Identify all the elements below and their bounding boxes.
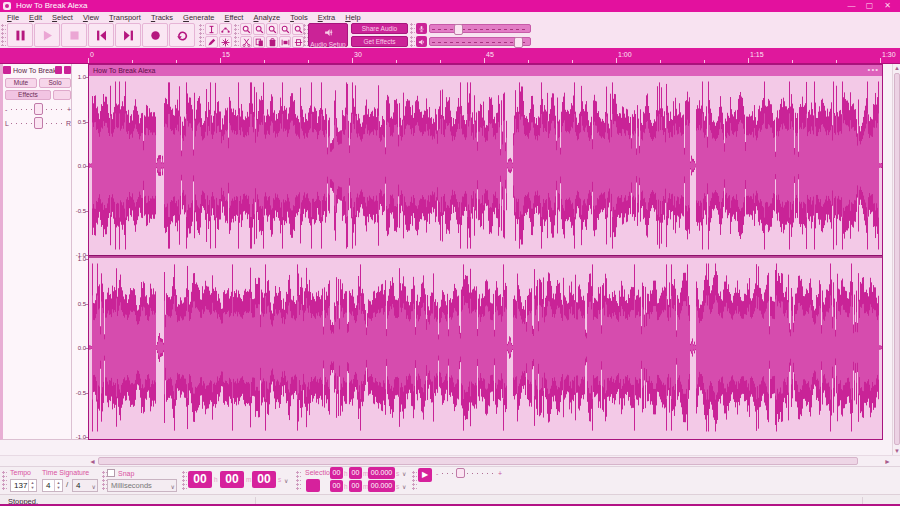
zoom-out-button[interactable] <box>253 23 265 35</box>
play-button[interactable] <box>34 23 60 47</box>
vertical-scroll-thumb[interactable] <box>894 73 900 445</box>
recording-meter[interactable] <box>416 23 532 34</box>
zoom-selection-button[interactable] <box>266 23 278 35</box>
toolbar-grip[interactable] <box>2 471 7 491</box>
toolbar-grip[interactable] <box>182 471 187 491</box>
playback-volume-slider[interactable] <box>514 37 523 48</box>
minimize-button[interactable]: — <box>843 0 860 12</box>
ruler-tick <box>352 58 353 63</box>
menu-view[interactable]: View <box>78 13 104 22</box>
time-signature-lower-select[interactable]: 4 ∨ <box>72 479 98 492</box>
menu-transport[interactable]: Transport <box>104 13 146 22</box>
vertical-scale-ruler[interactable]: 1.00.50.0-0.5-1.01.00.50.0-0.5-1.0 <box>72 64 88 440</box>
toolbar-grip[interactable] <box>410 23 415 34</box>
maximize-button[interactable]: ▢ <box>861 0 878 12</box>
vertical-scrollbar[interactable]: ▲ ▼ <box>892 64 900 455</box>
selection-options-button[interactable] <box>306 479 320 492</box>
tempo-spinner[interactable]: ▲▼ <box>28 480 36 491</box>
menu-extra[interactable]: Extra <box>313 13 341 22</box>
menu-analyze[interactable]: Analyze <box>248 13 285 22</box>
toolbar-grip[interactable] <box>410 36 415 47</box>
multi-tool-button[interactable] <box>219 36 232 48</box>
menu-tracks[interactable]: Tracks <box>146 13 178 22</box>
loop-button[interactable] <box>169 23 195 47</box>
skip-to-start-button[interactable] <box>88 23 114 47</box>
waveform-channel-2[interactable] <box>89 258 882 437</box>
menu-help[interactable]: Help <box>340 13 365 22</box>
play-speed-slider[interactable]: - + <box>436 467 502 480</box>
menu-generate[interactable]: Generate <box>178 13 219 22</box>
snap-mode-select[interactable]: Milliseconds ∨ <box>107 479 177 492</box>
gain-slider[interactable]: - + <box>3 103 73 116</box>
snap-checkbox[interactable] <box>107 469 115 477</box>
time-display-minutes[interactable]: 00 <box>220 471 244 488</box>
cut-button[interactable] <box>240 36 252 48</box>
audio-setup-button[interactable]: Audio Setup <box>308 23 348 47</box>
zoom-in-button[interactable] <box>240 23 252 35</box>
menu-select[interactable]: Select <box>47 13 78 22</box>
title-bar[interactable]: How To Break Alexa —▢✕ <box>0 0 900 12</box>
selection-end-seconds[interactable]: 00.000 <box>368 480 395 492</box>
pause-button[interactable] <box>7 23 33 47</box>
menu-effect[interactable]: Effect <box>219 13 248 22</box>
selection-end-hours[interactable]: 00 <box>330 480 343 492</box>
track-select-icon[interactable] <box>3 66 11 74</box>
skip-to-end-button[interactable] <box>115 23 141 47</box>
mute-button[interactable]: Mute <box>5 78 37 88</box>
time-signature-spinner[interactable]: ▲▼ <box>54 480 62 491</box>
clip-header[interactable]: How To Break Alexa ••• <box>89 65 882 76</box>
share-audio-button[interactable]: Share Audio <box>351 23 408 34</box>
toolbar-grip[interactable] <box>1 24 6 46</box>
toolbar-grip[interactable] <box>296 471 301 491</box>
effects-extra-button[interactable] <box>53 90 71 100</box>
pan-slider[interactable]: L R <box>3 117 73 130</box>
track-minimize-button[interactable] <box>55 66 62 74</box>
toolbar-grip[interactable] <box>234 24 239 46</box>
zoom-project-button[interactable] <box>279 23 291 35</box>
recording-volume-slider[interactable] <box>454 24 463 35</box>
toolbar-grip[interactable] <box>412 471 417 491</box>
loop-icon <box>176 29 189 42</box>
copy-button[interactable] <box>253 36 265 48</box>
get-effects-button[interactable]: Get Effects <box>351 36 408 47</box>
horizontal-scroll-thumb[interactable] <box>98 457 858 465</box>
trim-button[interactable] <box>279 36 291 48</box>
time-display-hours[interactable]: 00 <box>188 471 212 488</box>
scroll-down-icon[interactable]: ▼ <box>893 447 900 455</box>
time-display-seconds[interactable]: 00 <box>252 471 276 488</box>
toolbar-grip[interactable] <box>199 24 204 46</box>
selection-end-minutes[interactable]: 00 <box>349 480 362 492</box>
selection-start-hours[interactable]: 00 <box>330 467 343 479</box>
scroll-right-icon[interactable]: ► <box>883 457 892 466</box>
track-menu-button[interactable] <box>64 66 71 74</box>
menu-edit[interactable]: Edit <box>24 13 47 22</box>
solo-button[interactable]: Solo <box>39 78 71 88</box>
envelope-tool-button[interactable] <box>219 23 232 35</box>
paste-button[interactable] <box>266 36 278 48</box>
selection-format-chevron-icon[interactable]: ∨ <box>402 483 406 490</box>
effects-button[interactable]: Effects <box>5 90 51 100</box>
selection-start-seconds[interactable]: 00.000 <box>368 467 395 479</box>
close-button[interactable]: ✕ <box>879 0 896 12</box>
horizontal-scrollbar[interactable]: ◄ ► <box>0 455 900 466</box>
selection-tool-button[interactable] <box>205 23 218 35</box>
selection-format-chevron-icon[interactable]: ∨ <box>402 470 406 477</box>
waveform-channel-1[interactable] <box>89 76 882 255</box>
record-button[interactable] <box>142 23 168 47</box>
scroll-left-icon[interactable]: ◄ <box>88 457 97 466</box>
tempo-input[interactable]: 137 ▲▼ <box>10 479 37 492</box>
time-signature-upper-input[interactable]: 4 ▲▼ <box>42 479 63 492</box>
clip-menu-icon[interactable]: ••• <box>868 64 879 75</box>
selection-start-minutes[interactable]: 00 <box>349 467 362 479</box>
play-at-speed-button[interactable]: ▶ <box>418 468 432 482</box>
scroll-up-icon[interactable]: ▲ <box>893 64 900 72</box>
audio-clip[interactable]: How To Break Alexa ••• <box>88 64 883 440</box>
playback-meter[interactable] <box>416 36 532 47</box>
stop-button[interactable] <box>61 23 87 47</box>
menu-tools[interactable]: Tools <box>285 13 313 22</box>
timeline-ruler[interactable]: 01530451:001:151:30 <box>0 48 900 64</box>
track-name[interactable]: How To Break Alexa <box>13 66 55 75</box>
draw-tool-button[interactable] <box>205 36 218 48</box>
menu-file[interactable]: File <box>2 13 24 22</box>
time-format-chevron-icon[interactable]: ∨ <box>284 477 288 484</box>
